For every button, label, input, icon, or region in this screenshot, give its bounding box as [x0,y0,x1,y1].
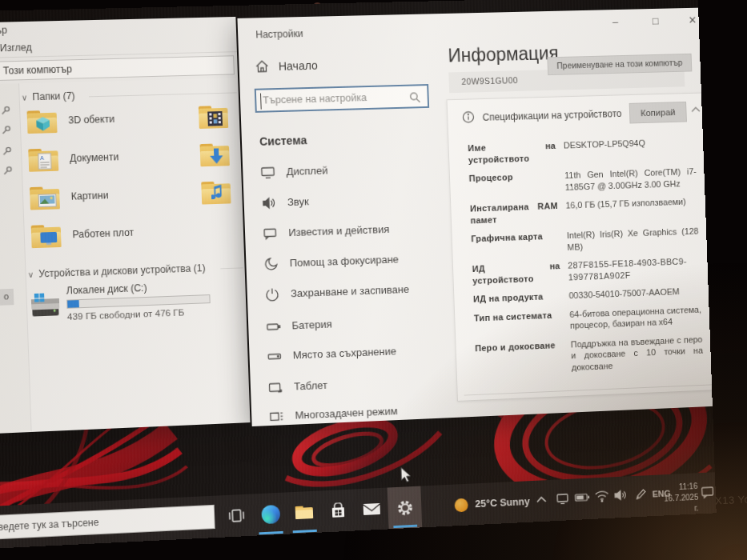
mail-button[interactable] [354,488,389,531]
list-item-music[interactable] [201,181,231,204]
specs-header-label: Спецификации на устройството [482,108,621,123]
notifications-icon [263,226,278,242]
laptop-photo: X13 Yoga [0,0,747,560]
folders-group-header[interactable]: ∨Папки (7) [21,90,74,103]
svg-text:A: A [40,155,44,161]
settings-window: Настройки – □ ✕ Начало Търсене на настро… [237,7,716,426]
folder-desktop-icon [31,225,62,249]
list-item-videos[interactable] [199,106,228,129]
nav-item-this-pc-selected[interactable]: о [0,289,14,306]
specs-card-header[interactable]: Спецификации на устройството Копирай [448,93,709,137]
drive-free-text: 439 ГБ свободни от 476 ГБ [67,307,185,322]
tray-battery-icon[interactable] [574,490,590,504]
task-view-button[interactable] [219,494,254,537]
maximize-button[interactable]: □ [644,14,667,26]
sidebar-item-focus-assist[interactable]: Помощ за фокусиране [246,249,446,283]
chevron-down-icon: ∨ [27,270,34,279]
chevron-down-icon: ∨ [22,93,28,102]
clock-date: 16.7.2025 г. [664,492,698,516]
search-placeholder: Търсене на настройка [263,92,367,106]
tray-wifi-icon[interactable] [595,490,609,502]
folder-documents-icon: A [28,148,58,172]
sound-icon [262,196,277,211]
taskbar-search-input[interactable]: ведете тук за търсене [0,505,215,542]
divider [464,384,712,395]
hard-drive-icon [28,287,62,321]
settings-search-input[interactable]: Търсене на настройка [255,84,429,113]
taskbar-weather[interactable]: 25°C Sunny [454,481,531,526]
multitasking-icon [269,409,284,424]
devices-group-header[interactable]: ∨Устройства и дискови устройства (1) [27,262,205,280]
tablet-icon [268,380,283,395]
file-explorer-window: Този компютър Изглед Този компютър нти о [0,17,251,434]
edge-button[interactable] [253,492,288,535]
sidebar-item-battery[interactable]: Батерия [248,311,448,346]
pin-icon [2,165,14,176]
list-item-3d-objects[interactable]: 3D обекти [27,110,58,134]
divider [89,92,237,97]
tray-chevron-up-icon[interactable] [536,496,547,503]
open-app-indicator [293,530,317,533]
tray-clock[interactable]: 11:16 16.7.2025 г. [664,481,699,515]
list-item-pictures[interactable]: Картини [30,186,60,210]
store-button[interactable] [320,490,355,533]
settings-home-item[interactable]: Начало [255,58,318,74]
list-item-documents[interactable]: A Документи [28,148,58,172]
settings-window-title: Настройки [255,28,303,40]
sidebar-item-display[interactable]: Дисплей [243,158,443,192]
task-view-icon [227,506,246,525]
folder-downloads-icon [200,143,230,166]
tray-volume-icon[interactable] [614,489,628,502]
sidebar-item-power-sleep[interactable]: Захранване и заспиване [247,279,447,314]
weather-text: 25°C Sunny [475,496,530,510]
sidebar-item-storage[interactable]: Място за съхранение [249,341,449,376]
device-code: 20W9S1GU00 [461,75,518,86]
list-item-local-disk-c[interactable]: Локален диск (C:) 439 ГБ свободни от 476… [28,281,242,334]
spec-row-ram: Инсталирана RAM памет16,0 ГБ (15,7 ГБ из… [470,195,698,226]
open-app-indicator [259,531,283,534]
folder-music-icon [201,181,231,204]
settings-taskbar-button[interactable] [388,486,422,530]
settings-section-header: Система [259,134,307,148]
laptop-screen: Този компютър Изглед Този компютър нти о [0,0,717,550]
file-explorer-icon [295,504,315,521]
close-button[interactable]: ✕ [681,14,704,26]
copy-button[interactable]: Копирай [629,102,687,124]
sidebar-item-notifications[interactable]: Известия и действия [245,219,445,253]
search-icon [409,91,421,103]
sunny-weather-icon [454,498,468,512]
spec-row-pen-touch: Перо и докосванеПоддръжка на въвеждане с… [475,334,704,378]
spec-row-system-type: Тип на системата64-битова операционна си… [474,303,702,335]
store-icon [329,502,347,520]
power-sleep-icon [265,287,280,302]
drive-usage-fill [67,300,79,308]
minimize-button[interactable]: – [604,16,628,28]
address-text: Този компютър [3,63,73,76]
drive-label: Локален диск (C:) [66,282,147,297]
tray-pen-icon[interactable] [635,488,647,500]
spec-row-product-id: ИД на продукта00330-54010-75007-AAOEM [473,285,701,305]
pin-icon [0,105,11,116]
folder-pictures-icon [30,186,60,210]
display-icon [260,165,275,180]
battery-icon [266,319,281,334]
rename-pc-button[interactable]: Преименуване на този компютър [547,54,692,75]
focus-assist-icon [263,257,279,272]
edge-icon [261,504,280,523]
ribbon-tab-view[interactable]: Изглед [0,42,32,54]
spec-rows: Име на устройствотоDESKTOP-LP5Q94Q Проце… [468,136,704,384]
folder-3d-objects-icon [27,110,58,134]
action-center-icon[interactable] [701,486,714,498]
bezel-brand-label: X13 Yoga [715,492,747,506]
tray-pc-icon[interactable] [556,492,569,506]
explorer-nav-pane: нти о [0,83,32,434]
list-item-downloads[interactable] [200,143,230,166]
explorer-address-bar[interactable]: Този компютър [0,55,235,82]
list-item-desktop[interactable]: Работен плот [31,225,62,249]
file-explorer-button[interactable] [287,490,322,534]
pin-icon [1,124,12,135]
chevron-up-icon[interactable] [691,106,701,112]
sidebar-item-sound[interactable]: Звук [243,189,444,222]
spec-row-device-id: ИД на устройството287F8155-FE18-4903-BBC… [472,255,701,286]
explorer-ribbon: Изглед [0,33,237,58]
